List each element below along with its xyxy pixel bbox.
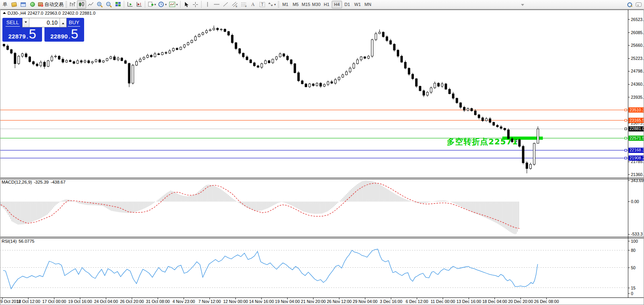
order-book-button[interactable] [10,0,19,9]
line-end-marker[interactable] [625,109,627,111]
auto-scroll-icon [127,2,133,7]
symbol-period: DJ30-,H4 [8,11,26,15]
time-tick-label: 3 Dec 16:00 [380,299,402,304]
svg-text:A: A [251,2,255,7]
line-end-marker[interactable] [625,149,627,151]
new-chart-icon [148,2,154,8]
buy-price: 22890.5 [44,29,84,40]
chart-profiles-button[interactable]: ▾ [157,0,168,9]
price-tick-label: 26085.5 [631,30,644,35]
candlestick-chart-button[interactable] [77,0,86,9]
vertical-line-icon [205,2,210,7]
tile-windows-button[interactable] [113,0,123,9]
timeframe-m5[interactable]: M5 [290,1,301,8]
price-tick-label: 25223.0 [631,56,644,61]
horizontal-line-button[interactable] [212,0,221,9]
triangle-down-icon [25,21,27,24]
buy-price-frac: 5 [71,29,78,39]
line-chart-button[interactable] [86,0,95,9]
price-tick-label: 24798.0 [631,69,644,73]
text-button[interactable]: A [248,0,258,9]
collapse-icon[interactable] [3,10,6,14]
chevron-down-icon: ▾ [274,3,276,6]
macd-axis-label: 0.00 [631,199,639,204]
new-order-button[interactable]: 单 [0,0,10,9]
time-axis[interactable]: 9 Oct 201812 Oct 12:0017 Oct 00:0019 Oct… [0,298,559,304]
chart-title: DJ30-,H422427.022963.022402.022881.0 [3,11,97,15]
text-label-button[interactable]: T [258,0,267,9]
arrows-icon [268,2,273,7]
timeframe-m30[interactable]: M30 [311,1,321,8]
ohlc-low: 22402.0 [62,11,78,15]
volume-decrease-button[interactable] [23,18,29,27]
equidistant-channel-button[interactable]: E [230,0,239,9]
indicators-button[interactable]: ▾ [168,0,179,9]
arrows-button[interactable]: ▾ [267,0,277,9]
search-button[interactable] [625,0,634,9]
indicators-icon [169,2,175,7]
cursor-button[interactable] [182,0,191,9]
vertical-line-button[interactable] [203,0,212,9]
time-tick-label: 14 Nov 16:00 [249,299,274,304]
time-tick-label: 24 Oct 04:00 [94,299,118,304]
clock-icon [158,2,164,8]
timeframe-d1[interactable]: D1 [342,1,352,8]
time-tick-label: 26 Nov 12:00 [327,299,352,304]
sell-price-frac: 5 [29,29,36,39]
autotrading-button[interactable]: 自动交易 [37,0,65,9]
chart-shift-button[interactable] [135,0,144,9]
volume-value[interactable]: 0.10 [29,18,60,27]
trendline-button[interactable] [221,0,230,9]
toolbar-grip [65,1,67,8]
pivot-annotation[interactable]: 多空转折点22571 [447,136,518,147]
chart-canvas[interactable]: 26523.026085.525660.525223.024798.024360… [0,10,644,305]
time-tick-label: 13 Dec 16:00 [456,299,481,304]
bar-chart-button[interactable] [68,0,77,9]
macd-label: MACD(12,26,9)-325.39-438.67 [2,180,67,184]
timeframe-w1[interactable]: W1 [352,1,363,8]
tile-windows-icon [115,2,121,7]
macd-axis-label: 343.69 [631,178,644,183]
toolbar-overflow-icon[interactable] [521,6,524,13]
market-watch-button[interactable] [19,0,28,9]
line-end-marker[interactable] [625,137,627,139]
rsi-axis-label: 80 [631,248,636,253]
line-end-marker[interactable] [625,119,627,121]
new-chart-button[interactable]: ▾ [146,0,157,9]
rsi-axis-label: 15 [631,286,636,290]
price-tick-label: 25660.5 [631,43,644,48]
volume-stepper: 0.10 [22,18,67,27]
horizontal-line-icon [213,2,220,7]
auto-scroll-button[interactable] [125,0,135,9]
signals-button[interactable] [28,0,37,9]
time-tick-label: 31 Oct 08:00 [146,299,170,304]
price-tick-label: 24360.5 [631,82,644,86]
time-tick-label: 21 Nov 20:00 [301,299,326,304]
market-watch-icon [21,2,26,7]
toolbar-separator [180,1,181,8]
line-end-marker[interactable] [625,128,627,130]
timeframe-m15[interactable]: M15 [301,1,311,8]
equidistant-channel-icon: E [232,2,238,8]
ohlc-high: 22963.0 [45,11,61,15]
fibonacci-button[interactable]: F [239,0,248,9]
price-badge-label: 21908.2 [630,155,644,160]
toolbar-grip [278,1,279,8]
candlestick-chart-icon [79,2,85,7]
zoom-out-button[interactable] [104,0,113,9]
timeframe-h1[interactable]: H1 [321,1,332,8]
volume-increase-button[interactable] [60,18,66,27]
macd-main-value: -325.39 [34,180,48,184]
sell-label: SELL [6,19,20,27]
price-badge-label: 22168.3 [630,148,644,152]
timeframe-m1[interactable]: M1 [280,1,290,8]
timeframe-h4[interactable]: H4 [332,1,342,8]
chat-button[interactable] [634,0,643,9]
timeframe-mn[interactable]: MN [363,1,373,8]
crosshair-button[interactable] [191,0,200,9]
time-tick-label: 4 Nov 23:00 [173,299,195,304]
zoom-in-button[interactable] [95,0,104,9]
time-tick-label: 19 Oct 16:00 [68,299,92,304]
line-end-marker[interactable] [625,157,627,159]
price-badge-label: 22881.0 [630,126,644,131]
